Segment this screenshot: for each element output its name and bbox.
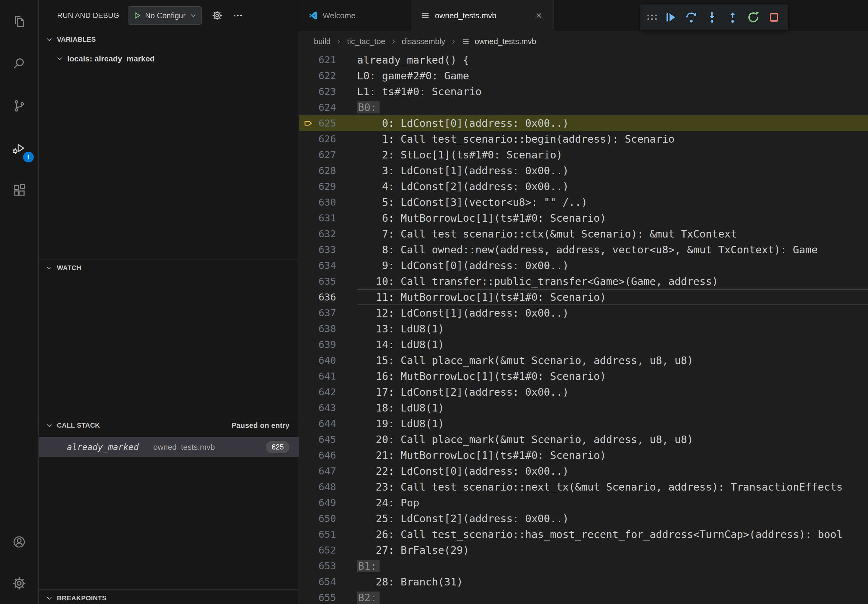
code-line[interactable]: 633 8: Call owned::new(address, address,… [299,242,868,258]
editor-gutter[interactable]: 631 [299,210,357,226]
activity-accounts[interactable] [0,521,38,563]
code-line[interactable]: 626 1: Call test_scenario::begin(address… [299,131,868,147]
editor-gutter[interactable]: 638 [299,321,357,337]
breadcrumb-item[interactable]: disassembly [402,37,445,46]
editor-gutter[interactable]: 653 [299,558,357,574]
editor-gutter[interactable]: 627 [299,147,357,163]
code-line[interactable]: 634 9: LdConst[0](address: 0x00..) [299,258,868,273]
editor-gutter[interactable]: 655 [299,590,357,604]
code-line[interactable]: 623 L1: ts#1#0: Scenario [299,84,868,99]
editor-gutter[interactable]: 640 [299,353,357,368]
code-line[interactable]: 630 5: LdConst[3](vector<u8>: "" /..) [299,194,868,210]
locals-scope-row[interactable]: locals: already_marked [39,50,299,68]
code-line[interactable]: 622 L0: game#2#0: Game [299,68,868,84]
editor-gutter[interactable]: 623 [299,84,357,99]
code-line[interactable]: 650 25: LdConst[2](address: 0x00..) [299,511,868,527]
editor-gutter[interactable]: 632 [299,226,357,242]
debug-step-out-button[interactable] [722,7,743,28]
editor-gutter[interactable]: 645 [299,432,357,448]
activity-run-debug[interactable]: 1 [0,127,38,169]
code-line[interactable]: 651 26: Call test_scenario::has_most_rec… [299,527,868,542]
code-line[interactable]: 636 11: MutBorrowLoc[1](ts#1#0: Scenario… [299,289,868,305]
breadcrumb-item-file[interactable]: owned_tests.mvb [475,37,536,46]
code-line[interactable]: 627 2: StLoc[1](ts#1#0: Scenario) [299,147,868,163]
code-line[interactable]: 621 already_marked() { [299,52,868,68]
code-line[interactable]: 632 7: Call test_scenario::ctx(&mut Scen… [299,226,868,242]
debug-restart-button[interactable] [743,7,764,28]
tab-welcome[interactable]: Welcome [299,0,411,31]
activity-search[interactable] [0,42,38,85]
editor-gutter[interactable]: 625 [299,115,357,131]
code-line[interactable]: 654 28: Branch(31) [299,574,868,590]
call-stack-section-header[interactable]: CALL STACK Paused on entry [39,417,299,434]
activity-source-control[interactable] [0,85,38,127]
close-tab-button[interactable] [534,10,544,21]
breakpoints-section-header[interactable]: BREAKPOINTS [39,590,299,604]
code-line[interactable]: 639 14: LdU8(1) [299,337,868,353]
activity-extensions[interactable] [0,169,38,211]
code-line[interactable]: 625 0: LdConst[0](address: 0x00..) [299,115,868,131]
editor-gutter[interactable]: 647 [299,463,357,479]
watch-section-header[interactable]: WATCH [39,259,299,276]
code-line[interactable]: 648 23: Call test_scenario::next_tx(&mut… [299,479,868,495]
code-line[interactable]: 640 15: Call place_mark(&mut Scenario, a… [299,353,868,368]
activity-settings[interactable] [0,563,38,604]
code-line[interactable]: 643 18: LdU8(1) [299,400,868,416]
debug-step-over-button[interactable] [681,7,702,28]
editor-gutter[interactable]: 648 [299,479,357,495]
editor-gutter[interactable]: 634 [299,258,357,273]
code-line[interactable]: 645 20: Call place_mark(&mut Scenario, a… [299,432,868,448]
editor-gutter[interactable]: 642 [299,384,357,400]
code-line[interactable]: 641 16: MutBorrowLoc[1](ts#1#0: Scenario… [299,368,868,384]
breadcrumb-item[interactable]: build [314,37,330,46]
editor-gutter[interactable]: 651 [299,527,357,542]
tab-owned-tests[interactable]: owned_tests.mvb [411,0,553,31]
editor-gutter[interactable]: 624 [299,99,357,115]
code-line[interactable]: 646 21: MutBorrowLoc[1](ts#1#0: Scenario… [299,448,868,463]
code-line[interactable]: 638 13: LdU8(1) [299,321,868,337]
debug-config-dropdown[interactable]: No Configur [128,6,202,25]
breadcrumb-item[interactable]: tic_tac_toe [347,37,385,46]
editor-gutter[interactable]: 639 [299,337,357,353]
code-line[interactable]: 635 10: Call transfer::public_transfer<G… [299,273,868,289]
code-line[interactable]: 652 27: BrFalse(29) [299,542,868,558]
debug-step-into-button[interactable] [702,7,722,28]
editor-gutter[interactable]: 644 [299,416,357,432]
code-editor[interactable]: 621 already_marked() { 622 L0: game#2#0:… [299,52,868,604]
stack-frame-row[interactable]: already_marked owned_tests.mvb 625 [39,437,299,457]
editor-gutter[interactable]: 643 [299,400,357,416]
editor-gutter[interactable]: 636 [299,289,357,305]
more-actions-button[interactable] [232,10,243,21]
editor-gutter[interactable]: 628 [299,163,357,178]
debug-settings-gear-button[interactable] [212,10,222,21]
code-line[interactable]: 653 B1: [299,558,868,574]
editor-gutter[interactable]: 652 [299,542,357,558]
variables-section-header[interactable]: VARIABLES [39,31,299,48]
code-line[interactable]: 637 12: LdConst[1](address: 0x00..) [299,305,868,321]
editor-gutter[interactable]: 621 [299,52,357,68]
code-line[interactable]: 629 4: LdConst[2](address: 0x00..) [299,178,868,194]
code-line[interactable]: 628 3: LdConst[1](address: 0x00..) [299,163,868,178]
editor-gutter[interactable]: 650 [299,511,357,527]
editor-gutter[interactable]: 654 [299,574,357,590]
editor-gutter[interactable]: 637 [299,305,357,321]
editor-gutter[interactable]: 646 [299,448,357,463]
debug-stop-button[interactable] [764,7,784,28]
code-line[interactable]: 655 B2: [299,590,868,604]
activity-explorer[interactable] [0,0,38,42]
code-line[interactable]: 631 6: MutBorrowLoc[1](ts#1#0: Scenario) [299,210,868,226]
gripper-icon[interactable] [645,10,659,24]
code-line[interactable]: 647 22: LdConst[0](address: 0x00..) [299,463,868,479]
editor-gutter[interactable]: 633 [299,242,357,258]
code-line[interactable]: 649 24: Pop [299,495,868,511]
code-line[interactable]: 644 19: LdU8(1) [299,416,868,432]
editor-gutter[interactable]: 649 [299,495,357,511]
debug-continue-button[interactable] [660,7,681,28]
editor-gutter[interactable]: 630 [299,194,357,210]
editor-gutter[interactable]: 622 [299,68,357,84]
editor-gutter[interactable]: 626 [299,131,357,147]
editor-gutter[interactable]: 635 [299,273,357,289]
editor-gutter[interactable]: 629 [299,178,357,194]
code-line[interactable]: 642 17: LdConst[2](address: 0x00..) [299,384,868,400]
code-line[interactable]: 624 B0: [299,99,868,115]
